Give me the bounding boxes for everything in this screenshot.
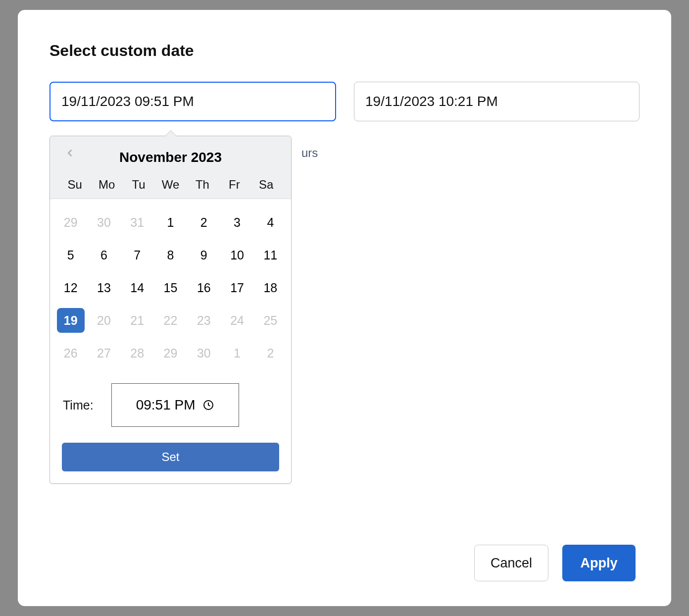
- weekday-label: Tu: [123, 178, 154, 192]
- month-nav-row: November 2023: [55, 145, 286, 170]
- calendar-day-number: 2: [190, 210, 218, 235]
- weekday-label: Fr: [218, 178, 250, 192]
- calendar-day[interactable]: 29: [54, 210, 87, 235]
- time-label: Time:: [63, 398, 94, 412]
- calendar-day[interactable]: 7: [121, 243, 154, 267]
- calendar-grid: 2930311234567891011121314151617181920212…: [50, 199, 291, 369]
- calendar-day-number: 3: [223, 210, 251, 235]
- calendar-day-number: 7: [123, 243, 151, 267]
- calendar-day[interactable]: 18: [254, 275, 287, 300]
- date-inputs-row: [49, 82, 640, 121]
- calendar-day[interactable]: 14: [121, 275, 154, 300]
- date-picker-popover: November 2023 Su Mo Tu We Th Fr Sa 29303…: [49, 136, 292, 484]
- background-text-fragment: urs: [301, 146, 318, 160]
- calendar-day[interactable]: 8: [154, 243, 187, 267]
- calendar-day[interactable]: 6: [87, 243, 120, 267]
- calendar-day[interactable]: 29: [154, 341, 187, 365]
- calendar-day-number: 12: [57, 275, 85, 300]
- calendar-day-number: 13: [90, 275, 118, 300]
- calendar-day[interactable]: 4: [254, 210, 287, 235]
- calendar-day-number: 2: [256, 341, 284, 365]
- calendar-day[interactable]: 22: [154, 308, 187, 333]
- calendar-day[interactable]: 12: [54, 275, 87, 300]
- calendar-day[interactable]: 21: [121, 308, 154, 333]
- calendar-day[interactable]: 20: [87, 308, 120, 333]
- clock-icon: [202, 399, 214, 411]
- weekday-label: Mo: [91, 178, 122, 192]
- calendar-day[interactable]: 2: [187, 210, 220, 235]
- set-button[interactable]: Set: [62, 443, 279, 471]
- calendar-day[interactable]: 10: [220, 243, 253, 267]
- set-button-label: Set: [161, 450, 179, 464]
- weekday-header-row: Su Mo Tu We Th Fr Sa: [55, 170, 286, 199]
- apply-button-label: Apply: [580, 556, 617, 571]
- weekday-label: Su: [59, 178, 91, 192]
- calendar-day-number: 27: [90, 341, 118, 365]
- chevron-left-icon: [64, 148, 75, 158]
- popover-arrow: [165, 130, 177, 136]
- calendar-day[interactable]: 19: [54, 308, 87, 333]
- weekday-label: Th: [187, 178, 218, 192]
- modal-footer: Cancel Apply: [49, 545, 640, 586]
- calendar-day-number: 5: [57, 243, 85, 267]
- calendar-day[interactable]: 13: [87, 275, 120, 300]
- modal-title: Select custom date: [49, 42, 640, 60]
- custom-date-modal: Select custom date urs November 2023 Su …: [18, 10, 671, 606]
- calendar-day[interactable]: 30: [87, 210, 120, 235]
- calendar-day[interactable]: 9: [187, 243, 220, 267]
- calendar-day-number: 6: [90, 243, 118, 267]
- calendar-day[interactable]: 26: [54, 341, 87, 365]
- calendar-day-number: 9: [190, 243, 218, 267]
- cancel-button[interactable]: Cancel: [474, 545, 548, 581]
- calendar-day[interactable]: 1: [220, 341, 253, 365]
- month-label[interactable]: November 2023: [119, 150, 222, 165]
- calendar-day-number: 23: [190, 308, 218, 333]
- calendar-day-number: 24: [223, 308, 251, 333]
- calendar-day-number: 22: [156, 308, 184, 333]
- calendar-day[interactable]: 24: [220, 308, 253, 333]
- weekday-label: Sa: [250, 178, 282, 192]
- calendar-day-number: 25: [256, 308, 284, 333]
- calendar-day-number: 21: [123, 308, 151, 333]
- calendar-day[interactable]: 1: [154, 210, 187, 235]
- weekday-label: We: [154, 178, 186, 192]
- calendar-day[interactable]: 27: [87, 341, 120, 365]
- calendar-day-number: 16: [190, 275, 218, 300]
- calendar-day[interactable]: 11: [254, 243, 287, 267]
- calendar-day-number: 20: [90, 308, 118, 333]
- calendar-day[interactable]: 15: [154, 275, 187, 300]
- calendar-day[interactable]: 3: [220, 210, 253, 235]
- calendar-day[interactable]: 30: [187, 341, 220, 365]
- calendar-day-number: 15: [156, 275, 184, 300]
- calendar-day[interactable]: 28: [121, 341, 154, 365]
- calendar-day[interactable]: 2: [254, 341, 287, 365]
- calendar-day-number: 28: [123, 341, 151, 365]
- calendar-day-number: 30: [90, 210, 118, 235]
- calendar-day-number: 29: [57, 210, 85, 235]
- calendar-day[interactable]: 31: [121, 210, 154, 235]
- calendar-day-number: 19: [57, 308, 85, 333]
- calendar-day-number: 1: [223, 341, 251, 365]
- calendar-day[interactable]: 17: [220, 275, 253, 300]
- calendar-day-number: 31: [123, 210, 151, 235]
- calendar-day-number: 18: [256, 275, 284, 300]
- calendar-day-number: 17: [223, 275, 251, 300]
- calendar-day[interactable]: 16: [187, 275, 220, 300]
- calendar-day-number: 26: [57, 341, 85, 365]
- calendar-day-number: 10: [223, 243, 251, 267]
- calendar-day-number: 14: [123, 275, 151, 300]
- calendar-day-number: 29: [156, 341, 184, 365]
- calendar-day-number: 4: [256, 210, 284, 235]
- apply-button[interactable]: Apply: [562, 545, 636, 581]
- calendar-day-number: 1: [156, 210, 184, 235]
- calendar-day[interactable]: 5: [54, 243, 87, 267]
- end-datetime-input[interactable]: [354, 82, 640, 121]
- time-value: 09:51 PM: [136, 397, 196, 413]
- calendar-day[interactable]: 25: [254, 308, 287, 333]
- prev-month-button[interactable]: [63, 146, 77, 160]
- time-row: Time: 09:51 PM: [50, 369, 291, 429]
- time-input[interactable]: 09:51 PM: [111, 383, 239, 427]
- start-datetime-input[interactable]: [49, 82, 336, 121]
- calendar-day-number: 11: [256, 243, 284, 267]
- calendar-day[interactable]: 23: [187, 308, 220, 333]
